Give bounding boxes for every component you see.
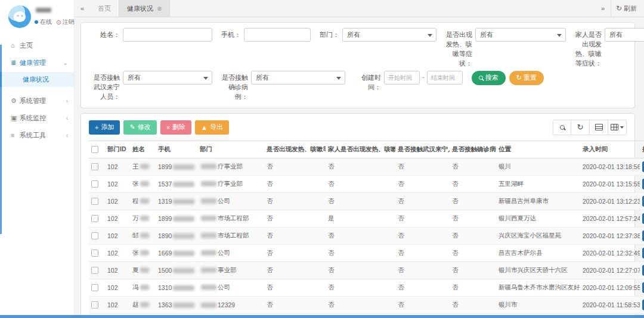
family-fever-select[interactable]: 所有: [605, 28, 644, 42]
tabs-scroll-left-icon[interactable]: «: [75, 0, 90, 17]
redacted-text: [140, 181, 149, 186]
cell-dept: 公司: [197, 279, 264, 296]
cell-name: 赵: [130, 296, 156, 313]
gear-icon: ⚙: [11, 97, 20, 105]
tab-home[interactable]: 首页: [90, 0, 119, 17]
table-row: 102 张 1669 公司 否 否 否 否 昌吉吉木萨尔县 2020-02-01…: [89, 244, 644, 261]
cell-phone: 1899: [156, 210, 197, 227]
logout-link[interactable]: 注销: [62, 18, 74, 26]
cell-actions: ✎编辑 ×删除: [640, 244, 644, 261]
tab-health-status[interactable]: 健康状况 ⊗: [119, 0, 170, 17]
redacted-text: [201, 198, 216, 204]
row-checkbox[interactable]: [91, 284, 98, 291]
created-time-label: 创建时间：: [353, 71, 384, 92]
cell-dept: 12329: [197, 296, 264, 313]
confirmed-contact-label: 是否接触确诊病例：: [220, 71, 251, 102]
fever-select[interactable]: 所有: [475, 28, 566, 42]
cell-dept-id: 102: [105, 296, 130, 313]
cell-name: 程: [130, 192, 156, 210]
chevron-down-icon: [336, 77, 341, 80]
cell-fever: 否: [264, 227, 326, 244]
search-form-panel: 姓名： 手机： 部门： 所有 是否出现发热、咳嗽等症状：: [80, 22, 635, 108]
user-name-redacted: [36, 8, 51, 13]
table-row: 102 万 1899 市场工程部 否 是 否 否 银川西夏万达 2020-02-…: [89, 210, 644, 227]
cell-confirmed-contact: 否: [450, 244, 496, 261]
cell-dept: 疗事业部: [197, 175, 264, 192]
cell-confirmed-contact: 否: [450, 261, 496, 279]
end-time-input[interactable]: [427, 71, 463, 85]
cell-fever: 否: [264, 261, 326, 279]
redacted-text: [140, 267, 149, 273]
wuhan-contact-select[interactable]: 所有: [123, 71, 212, 85]
cell-family-fever: 否: [326, 175, 395, 192]
export-button[interactable]: ▲导出: [195, 120, 229, 135]
phone-input[interactable]: [244, 28, 311, 42]
cell-family-fever: 否: [326, 192, 395, 210]
start-time-input[interactable]: [384, 71, 420, 85]
select-all-checkbox[interactable]: [91, 146, 98, 153]
cell-phone: 1310: [156, 279, 197, 296]
chevron-down-icon: [620, 126, 624, 129]
search-button[interactable]: 搜索: [472, 71, 506, 85]
cell-confirmed-contact: 否: [450, 227, 496, 244]
tabs-scroll-right-icon[interactable]: »: [595, 0, 611, 17]
cell-phone: 1363: [156, 296, 197, 313]
cell-dept: 公司: [197, 244, 264, 261]
row-checkbox[interactable]: [91, 250, 98, 257]
cell-entry-time: 2020-02-01 12:09:55: [580, 279, 640, 296]
cell-family-fever: 否: [326, 244, 395, 261]
name-input[interactable]: [123, 28, 212, 42]
cell-dept-id: 102: [105, 261, 130, 279]
sidebar-item-health-status[interactable]: 健康状况: [0, 72, 74, 87]
table-refresh-button[interactable]: ↻: [571, 120, 590, 135]
row-checkbox[interactable]: [91, 301, 98, 308]
row-checkbox[interactable]: [91, 215, 98, 222]
modify-button[interactable]: ✎修改: [123, 120, 156, 135]
main-area: « 首页 健康状况 ⊗ » ↻ 刷新 姓名：: [75, 0, 644, 315]
refresh-icon: ↻: [616, 4, 622, 13]
row-checkbox[interactable]: [91, 180, 98, 188]
cell-fever: 否: [264, 192, 326, 210]
row-checkbox[interactable]: [91, 232, 98, 239]
list-icon: ≣: [11, 59, 20, 67]
table-view-toggle-button[interactable]: [590, 120, 608, 135]
table-columns-button[interactable]: [608, 120, 627, 135]
confirmed-contact-select[interactable]: 所有: [251, 71, 345, 85]
close-icon[interactable]: ⊗: [157, 5, 162, 12]
reset-button[interactable]: ↻ 重置: [509, 71, 544, 85]
row-checkbox[interactable]: [91, 267, 98, 274]
avatar[interactable]: [8, 5, 31, 28]
cell-family-fever: 是: [326, 210, 395, 227]
chevron-down-icon: [428, 34, 432, 37]
edit-icon: ✎: [129, 123, 135, 131]
col-family-fever: 家人是否出现发热、咳嗽等症状: [326, 141, 395, 158]
row-checkbox[interactable]: [91, 198, 98, 205]
sidebar-item-system-mgmt[interactable]: ⚙ 系统管理 ‹: [0, 93, 74, 108]
delete-button[interactable]: ×删除: [160, 120, 191, 135]
name-label: 姓名：: [88, 28, 123, 42]
sidebar-item-health-mgmt[interactable]: ≣ 健康管理 ⌄: [0, 55, 74, 70]
sidebar-item-system-monitor[interactable]: ▣ 系统监控 ‹: [0, 110, 74, 126]
table-row: 102 王 1899 疗事业部 否 否 否 否 银川 2020-02-01 13…: [89, 158, 644, 175]
cell-name: 张: [130, 244, 156, 261]
search-icon: [479, 76, 483, 80]
col-name: 姓名: [130, 141, 156, 158]
sidebar-scrollbar[interactable]: [0, 45, 2, 234]
cell-dept-id: 102: [105, 279, 130, 296]
sidebar-nav: ⌂ 主页 ≣ 健康管理 ⌄ 健康状况 ⚙ 系统管理 ‹ ▣ 系统监控 ‹: [0, 38, 74, 143]
cell-actions: ✎编辑 ×删除: [640, 192, 644, 210]
dept-select[interactable]: 所有: [342, 28, 436, 42]
cell-dept-id: 102: [105, 244, 130, 261]
refresh-tab-button[interactable]: ↻ 刷新: [611, 0, 644, 17]
redacted-text: [173, 199, 194, 204]
sidebar-item-home[interactable]: ⌂ 主页: [0, 38, 74, 53]
col-dept: 部门: [197, 141, 264, 158]
table-search-button[interactable]: [553, 120, 571, 135]
sidebar-item-system-tools[interactable]: ≡ 系统工具 ‹: [0, 127, 74, 143]
redacted-text: [173, 268, 194, 273]
online-status-label: 在线: [40, 18, 52, 26]
add-button[interactable]: +添加: [89, 120, 120, 135]
row-checkbox[interactable]: [91, 163, 98, 170]
cell-actions: ✎编辑 ×删除: [640, 227, 644, 244]
cell-fever: 否: [264, 175, 326, 192]
